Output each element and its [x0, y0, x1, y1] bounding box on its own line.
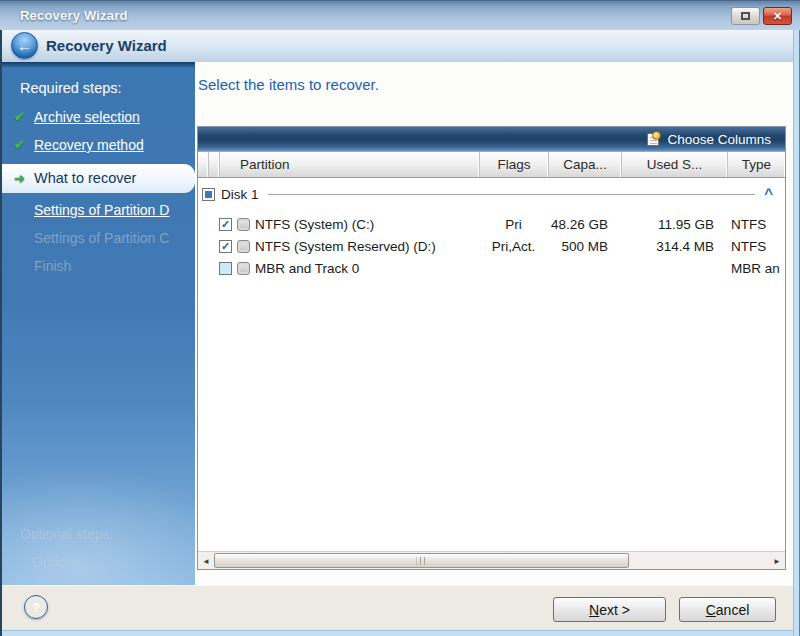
type-value: MBR an [727, 261, 785, 276]
table-row[interactable]: MBR and Track 0 MBR an [198, 257, 785, 279]
wizard-header: ← Recovery Wizard [0, 30, 800, 62]
sidebar-item-what-to-recover[interactable]: ➜ What to recover [2, 164, 195, 194]
sidebar-item-finish: Finish [2, 257, 195, 276]
used-space-value: 11.95 GB [621, 217, 727, 232]
column-header-used-space[interactable]: Used S... [622, 152, 728, 177]
window-border-bottom [2, 630, 793, 636]
help-icon: ? [32, 600, 40, 615]
capacity-value: 48.26 GB [548, 217, 621, 232]
column-header-type[interactable]: Type [728, 152, 785, 177]
back-icon: ← [17, 37, 32, 54]
column-header-capacity[interactable]: Capa... [549, 152, 622, 177]
used-space-value: 314.4 MB [621, 239, 727, 254]
help-button[interactable]: ? [24, 595, 48, 619]
flags-value: Pri,Act. [479, 239, 548, 254]
partition-name: NTFS (System) (C:) [255, 217, 374, 232]
disk-group-row: Disk 1 ^ [198, 183, 785, 205]
step-heading: Select the items to recover. [198, 76, 379, 93]
partition-icon [237, 262, 250, 275]
horizontal-scrollbar[interactable]: ◄ ► [198, 551, 785, 569]
scroll-right-arrow-icon[interactable]: ► [769, 553, 785, 569]
scrollbar-thumb[interactable] [214, 553, 629, 568]
choose-columns-button[interactable]: Choose Columns [667, 132, 771, 147]
sidebar-item-label: Finish [34, 257, 186, 276]
current-step-arrow-icon: ➜ [14, 170, 34, 188]
sidebar-item-recovery-method[interactable]: ✔ Recovery method [2, 136, 195, 155]
type-value: NTFS [727, 217, 785, 232]
required-steps-label: Required steps: [20, 80, 195, 96]
partitions-table: Choose Columns Partition Flags Capa... U… [197, 126, 786, 570]
sidebar-item-options: Options [32, 554, 80, 570]
close-icon: ✕ [773, 10, 782, 23]
window-title: Recovery Wizard [20, 8, 128, 23]
disk-group-label: Disk 1 [221, 187, 259, 202]
table-body: Disk 1 ^ ✓ NTFS (System) (C:) Pri 48.26 … [198, 178, 785, 551]
disk1-checkbox[interactable] [202, 188, 215, 201]
scroll-left-arrow-icon[interactable]: ◄ [198, 553, 214, 569]
footer-bar: ? Next > Cancel [2, 585, 793, 630]
sidebar-item-label[interactable]: Settings of Partition D [34, 201, 186, 220]
titlebar[interactable]: Recovery Wizard ✕ [0, 0, 800, 30]
sidebar-top-divider [2, 62, 195, 67]
sidebar-item-settings-partition-c: Settings of Partition C [2, 229, 195, 248]
close-button[interactable]: ✕ [763, 7, 792, 25]
window-border-right [793, 30, 800, 636]
optional-steps-label: Optional steps: [20, 526, 113, 542]
capacity-value: 500 MB [548, 239, 621, 254]
sidebar-item-label: Settings of Partition C [34, 229, 186, 248]
type-value: NTFS [727, 239, 785, 254]
next-button[interactable]: Next > [553, 597, 666, 622]
partition-name: MBR and Track 0 [255, 261, 359, 276]
table-toolbar: Choose Columns [198, 127, 785, 152]
column-header-empty-1[interactable] [198, 152, 209, 177]
partition-name: NTFS (System Reserved) (D:) [255, 239, 436, 254]
choose-columns-icon [647, 133, 659, 146]
table-row[interactable]: ✓ NTFS (System) (C:) Pri 48.26 GB 11.95 … [198, 213, 785, 235]
row-checkbox[interactable]: ✓ [219, 240, 232, 253]
row-checkbox[interactable] [219, 262, 232, 275]
column-header-flags[interactable]: Flags [480, 152, 549, 177]
sidebar-item-settings-partition-d[interactable]: Settings of Partition D [2, 201, 188, 220]
flags-value: Pri [479, 217, 548, 232]
partition-icon [237, 240, 250, 253]
group-divider-line [268, 194, 756, 195]
row-checkbox[interactable]: ✓ [219, 218, 232, 231]
partition-icon [237, 218, 250, 231]
window-border-left [0, 30, 2, 636]
page-title: Recovery Wizard [46, 37, 167, 54]
sidebar-item-label[interactable]: Archive selection [34, 108, 140, 127]
sidebar-item-label[interactable]: Recovery method [34, 136, 144, 155]
check-icon: ✔ [14, 136, 34, 154]
recovery-wizard-window: Recovery Wizard ✕ ← Recovery Wizard Requ… [0, 0, 800, 636]
column-header-empty-2[interactable] [209, 152, 220, 177]
column-header-partition[interactable]: Partition [220, 152, 480, 177]
cancel-button[interactable]: Cancel [679, 597, 776, 622]
back-button[interactable]: ← [11, 32, 38, 59]
collapse-chevron-icon[interactable]: ^ [764, 189, 773, 199]
sidebar-item-archive-selection[interactable]: ✔ Archive selection [2, 108, 195, 127]
maximize-icon [741, 12, 750, 20]
maximize-button[interactable] [731, 7, 760, 25]
check-icon: ✔ [14, 108, 34, 126]
scrollbar-grip [416, 557, 427, 565]
sidebar-item-label: What to recover [34, 169, 136, 189]
steps-sidebar: Required steps: ✔ Archive selection ✔ Re… [2, 62, 195, 585]
table-row[interactable]: ✓ NTFS (System Reserved) (D:) Pri,Act. 5… [198, 235, 785, 257]
main-panel: Select the items to recover. Choose Colu… [195, 62, 793, 585]
table-header-row: Partition Flags Capa... Used S... Type [198, 152, 785, 178]
